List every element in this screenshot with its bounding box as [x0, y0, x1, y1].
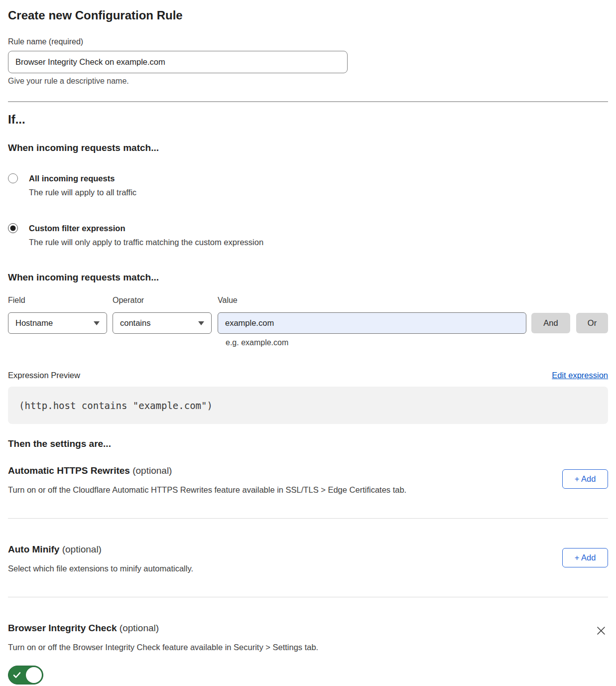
setting-optional-tag: (optional)	[120, 623, 159, 633]
operator-select-value: contains	[120, 318, 150, 328]
add-auto-minify-button[interactable]: + Add	[562, 548, 608, 567]
or-button[interactable]: Or	[576, 313, 608, 333]
setting-description: Turn on or off the Browser Integrity Che…	[8, 642, 318, 653]
setting-title: Auto Minify	[8, 544, 59, 554]
page-title: Create new Configuration Rule	[8, 8, 608, 23]
setting-browser-integrity-check: Browser Integrity Check (optional) Turn …	[8, 622, 608, 686]
rule-name-input[interactable]	[8, 51, 348, 73]
setting-auto-minify: Auto Minify (optional) Select which file…	[8, 544, 608, 574]
expression-code: (http.host contains "example.com")	[19, 400, 213, 411]
field-label: Field	[8, 295, 113, 305]
close-icon	[596, 625, 607, 636]
setting-description: Select which file extensions to minify a…	[8, 563, 193, 574]
filter-heading: When incoming requests match...	[8, 272, 608, 283]
add-automatic-https-rewrites-button[interactable]: + Add	[562, 469, 608, 489]
value-helper: e.g. example.com	[226, 338, 608, 348]
checkmark-icon	[13, 672, 21, 679]
expression-preview-box: (http.host contains "example.com")	[8, 387, 608, 424]
browser-integrity-check-toggle[interactable]	[8, 666, 43, 685]
radio-label: Custom filter expression	[29, 223, 263, 234]
value-label: Value	[218, 295, 238, 305]
operator-label: Operator	[113, 295, 218, 305]
setting-title: Browser Integrity Check	[8, 623, 117, 633]
section-divider	[8, 101, 608, 102]
setting-title: Automatic HTTPS Rewrites	[8, 465, 130, 476]
operator-select[interactable]: contains	[113, 312, 212, 334]
edit-expression-link[interactable]: Edit expression	[552, 371, 608, 380]
value-input[interactable]	[218, 312, 526, 334]
field-select-value: Hostname	[15, 318, 53, 328]
radio-option-custom-filter-expression[interactable]: Custom filter expression The rule will o…	[8, 223, 608, 248]
rule-name-helper: Give your rule a descriptive name.	[8, 76, 608, 86]
remove-setting-button[interactable]	[594, 624, 608, 638]
setting-divider	[8, 597, 608, 597]
radio-label: All incoming requests	[29, 173, 136, 184]
and-button[interactable]: And	[531, 313, 570, 333]
rule-name-label: Rule name (required)	[8, 37, 608, 47]
setting-automatic-https-rewrites: Automatic HTTPS Rewrites (optional) Turn…	[8, 465, 608, 495]
radio-option-all-incoming-requests[interactable]: All incoming requests The rule will appl…	[8, 173, 608, 198]
settings-heading: Then the settings are...	[8, 438, 608, 450]
match-heading: When incoming requests match...	[8, 142, 608, 154]
radio-description: The rule will only apply to traffic matc…	[29, 237, 263, 248]
setting-divider	[8, 518, 608, 519]
chevron-down-icon	[198, 321, 204, 325]
setting-optional-tag: (optional)	[62, 544, 102, 554]
radio-button-unselected[interactable]	[8, 173, 18, 183]
field-select[interactable]: Hostname	[8, 312, 107, 334]
if-heading: If...	[8, 112, 608, 127]
chevron-down-icon	[94, 321, 100, 325]
expression-preview-label: Expression Preview	[8, 370, 80, 381]
radio-button-selected[interactable]	[8, 223, 18, 233]
setting-description: Turn on or off the Cloudflare Automatic …	[8, 485, 406, 495]
setting-optional-tag: (optional)	[132, 465, 172, 476]
toggle-knob	[26, 667, 42, 683]
radio-description: The rule will apply to all traffic	[29, 187, 136, 198]
create-configuration-rule-page: Create new Configuration Rule Rule name …	[0, 0, 616, 686]
